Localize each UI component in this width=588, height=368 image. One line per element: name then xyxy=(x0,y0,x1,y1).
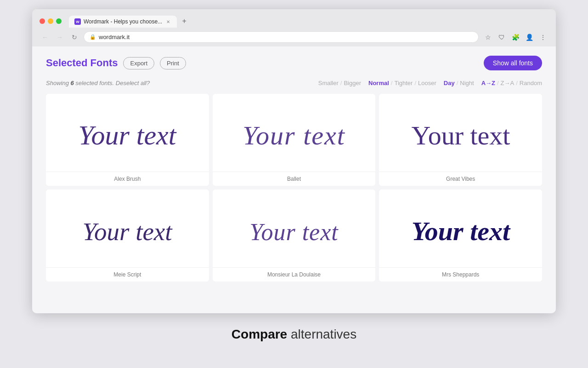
svg-text:Your text: Your text xyxy=(79,120,177,150)
size-control: Smaller / Bigger xyxy=(318,80,361,86)
svg-text:Your text: Your text xyxy=(83,218,173,246)
font-preview-svg: Your text xyxy=(225,105,363,161)
page-header: Selected Fonts Export Print Show all fon… xyxy=(46,56,542,70)
spacing-normal-label[interactable]: Normal xyxy=(368,80,389,86)
font-name-mrs-sheppards: Mrs Sheppards xyxy=(379,267,542,282)
bookmark-icon[interactable]: ☆ xyxy=(482,32,493,43)
sort-random-label[interactable]: Random xyxy=(520,80,542,86)
tab-favicon: W xyxy=(74,18,81,25)
size-sep: / xyxy=(340,80,342,86)
sort-controls: Smaller / Bigger Normal / Tighter / Loos… xyxy=(318,80,542,86)
refresh-button[interactable]: ↻ xyxy=(69,32,80,43)
extensions-icon[interactable]: 🧩 xyxy=(510,32,521,43)
font-card-alex-brush[interactable]: Your text Alex Brush xyxy=(46,94,209,186)
back-button[interactable]: ← xyxy=(40,32,51,43)
extension-icon[interactable]: 🛡 xyxy=(496,32,507,43)
font-name-ballet: Ballet xyxy=(213,172,376,186)
sort-sep2: / xyxy=(516,80,518,86)
toolbar-actions: ☆ 🛡 🧩 👤 ⋮ xyxy=(482,32,548,43)
compare-text: Compare alternatives xyxy=(232,327,356,342)
spacing-control: Normal / Tighter / Looser xyxy=(368,80,436,86)
traffic-lights xyxy=(40,18,62,24)
font-preview-great-vibes: Your text xyxy=(379,94,542,172)
font-preview-svg: Your text xyxy=(58,105,196,161)
font-preview-monsieur: Your text xyxy=(213,190,376,267)
print-button[interactable]: Print xyxy=(160,57,186,69)
minimize-button[interactable] xyxy=(48,18,53,24)
svg-text:Your text: Your text xyxy=(412,216,511,246)
compare-bold: Compare xyxy=(232,327,287,341)
menu-icon[interactable]: ⋮ xyxy=(537,32,548,43)
font-name-meie-script: Meie Script xyxy=(46,267,209,282)
svg-text:Your text: Your text xyxy=(411,121,510,150)
controls-bar: Showing 6 selected fonts. Deselect all? … xyxy=(46,80,542,86)
maximize-button[interactable] xyxy=(56,18,62,24)
spacing-sep2: / xyxy=(414,80,416,86)
tab-bar: W Wordmark - Helps you choose... ✕ + xyxy=(69,15,548,28)
spacing-looser-label[interactable]: Looser xyxy=(418,80,436,86)
page-title: Selected Fonts xyxy=(46,57,118,69)
font-preview-mrs-sheppards: Your text xyxy=(379,190,542,267)
font-card-meie-script[interactable]: Your text Meie Script xyxy=(46,190,209,282)
font-preview-alex-brush: Your text xyxy=(46,94,209,172)
sort-za-label[interactable]: Z→A xyxy=(501,80,514,86)
profile-icon[interactable]: 👤 xyxy=(524,32,535,43)
page-content: Selected Fonts Export Print Show all fon… xyxy=(32,46,556,313)
font-preview-svg: Your text xyxy=(392,201,530,256)
size-smaller-label[interactable]: Smaller xyxy=(318,80,339,86)
svg-text:Your text: Your text xyxy=(249,219,339,245)
font-preview-svg: Your text xyxy=(392,105,530,161)
showing-prefix: Showing xyxy=(46,80,70,86)
font-grid: Your text Alex Brush Your text Ballet xyxy=(46,94,542,282)
font-name-alex-brush: Alex Brush xyxy=(46,172,209,186)
url-text: wordmark.it xyxy=(99,34,130,40)
theme-sep: / xyxy=(457,80,458,86)
header-left: Selected Fonts Export Print xyxy=(46,57,186,69)
bottom-section: Compare alternatives xyxy=(222,313,366,346)
close-button[interactable] xyxy=(40,18,45,24)
lock-icon: 🔒 xyxy=(90,34,96,40)
font-name-great-vibes: Great Vibes xyxy=(379,172,542,186)
compare-rest: alternatives xyxy=(287,327,356,341)
font-card-ballet[interactable]: Your text Ballet xyxy=(213,94,376,186)
sort-az-label[interactable]: A→Z xyxy=(481,80,495,86)
theme-night-label[interactable]: Night xyxy=(460,80,474,86)
font-card-monsieur[interactable]: Your text Monsieur La Doulaise xyxy=(213,190,376,282)
size-bigger-label[interactable]: Bigger xyxy=(344,80,361,86)
font-preview-meie-script: Your text xyxy=(46,190,209,267)
tab-close-button[interactable]: ✕ xyxy=(165,18,171,25)
address-bar[interactable]: 🔒 wordmark.it xyxy=(84,31,479,43)
font-preview-svg: Your text xyxy=(225,201,363,256)
forward-button[interactable]: → xyxy=(54,32,65,43)
browser-titlebar: W Wordmark - Helps you choose... ✕ + xyxy=(32,9,556,28)
theme-control: Day / Night xyxy=(444,80,474,86)
browser-window: W Wordmark - Helps you choose... ✕ + ← →… xyxy=(32,9,556,313)
export-button[interactable]: Export xyxy=(123,57,154,69)
font-preview-svg: Your text xyxy=(58,201,196,256)
deselect-all-link[interactable]: Deselect all? xyxy=(116,80,150,86)
spacing-tighter-label[interactable]: Tighter xyxy=(394,80,413,86)
showing-suffix: selected fonts. xyxy=(74,80,114,86)
svg-text:Your text: Your text xyxy=(243,121,345,150)
sort-control: A→Z / Z→A / Random xyxy=(481,80,542,86)
font-card-great-vibes[interactable]: Your text Great Vibes xyxy=(379,94,542,186)
spacing-sep1: / xyxy=(391,80,393,86)
active-tab[interactable]: W Wordmark - Helps you choose... ✕ xyxy=(69,16,177,28)
show-all-fonts-button[interactable]: Show all fonts xyxy=(484,56,542,70)
browser-toolbar: ← → ↻ 🔒 wordmark.it ☆ 🛡 🧩 👤 ⋮ xyxy=(32,28,556,46)
new-tab-button[interactable]: + xyxy=(178,15,191,28)
font-count: 6 xyxy=(70,80,74,86)
font-count-info: Showing 6 selected fonts. Deselect all? xyxy=(46,80,150,86)
font-preview-ballet: Your text xyxy=(213,94,376,172)
theme-day-label[interactable]: Day xyxy=(444,80,455,86)
font-card-mrs-sheppards[interactable]: Your text Mrs Sheppards xyxy=(379,190,542,282)
tab-title: Wordmark - Helps you choose... xyxy=(84,18,162,25)
font-name-monsieur: Monsieur La Doulaise xyxy=(213,267,376,282)
sort-sep1: / xyxy=(497,80,499,86)
